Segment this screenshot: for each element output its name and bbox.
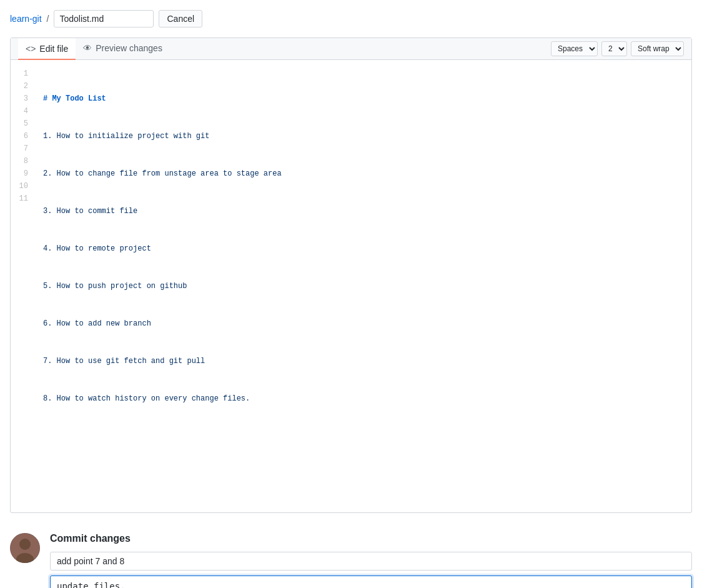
cancel-top-button[interactable]: Cancel [159, 10, 202, 27]
breadcrumb-separator: / [47, 14, 49, 24]
avatar [10, 533, 40, 563]
tab-edit-label: Edit file [39, 44, 68, 54]
filename-input[interactable] [54, 10, 154, 27]
commit-section: Commit changes update files. G ‒⚪ Commit… [10, 523, 692, 588]
wrap-mode-select[interactable]: Soft wrap [631, 41, 684, 56]
editor-tabs-bar: <> Edit file 👁 Preview changes Spaces 2 … [11, 38, 691, 60]
repo-link[interactable]: learn-git [10, 14, 42, 24]
code-line-6: 5. How to push project on github [43, 280, 684, 292]
code-line-1: # My Todo List [43, 92, 684, 105]
tab-preview-label: Preview changes [96, 43, 162, 53]
svg-point-1 [19, 539, 31, 550]
editor-options: Spaces 2 Soft wrap [551, 41, 684, 56]
commit-title: Commit changes [50, 533, 692, 544]
indent-size-select[interactable]: 2 [601, 41, 627, 56]
line-numbers: 1 2 3 4 5 6 7 8 9 10 11 [11, 67, 36, 505]
editor-container: <> Edit file 👁 Preview changes Spaces 2 … [10, 37, 692, 513]
code-line-4: 3. How to commit file [43, 205, 684, 217]
code-line-7: 6. How to add new branch [43, 317, 684, 330]
preview-eye-icon: 👁 [83, 43, 92, 53]
code-line-2: 1. How to initialize project with git [43, 130, 684, 142]
commit-form: Commit changes update files. G ‒⚪ Commit… [50, 533, 692, 588]
indent-mode-select[interactable]: Spaces [551, 41, 598, 56]
commit-message-input[interactable] [50, 552, 692, 571]
edit-pencil-icon: <> [26, 44, 36, 54]
code-line-10 [43, 430, 684, 442]
tab-preview-changes[interactable]: 👁 Preview changes [76, 38, 170, 59]
tab-edit-file[interactable]: <> Edit file [18, 38, 76, 60]
code-line-11 [43, 467, 684, 480]
tab-group: <> Edit file 👁 Preview changes [18, 38, 170, 59]
code-line-9: 8. How to watch history on every change … [43, 392, 684, 405]
code-editor-area[interactable]: 1 2 3 4 5 6 7 8 9 10 11 # My Todo List 1… [11, 60, 691, 512]
code-line-5: 4. How to remote project [43, 242, 684, 255]
textarea-wrapper: update files. G [50, 576, 692, 588]
code-content[interactable]: # My Todo List 1. How to initialize proj… [36, 67, 691, 505]
code-line-3: 2. How to change file from unstage area … [43, 167, 684, 180]
commit-description-textarea[interactable]: update files. [50, 576, 692, 588]
top-bar: learn-git / Cancel [10, 10, 692, 27]
code-line-8: 7. How to use git fetch and git pull [43, 355, 684, 367]
